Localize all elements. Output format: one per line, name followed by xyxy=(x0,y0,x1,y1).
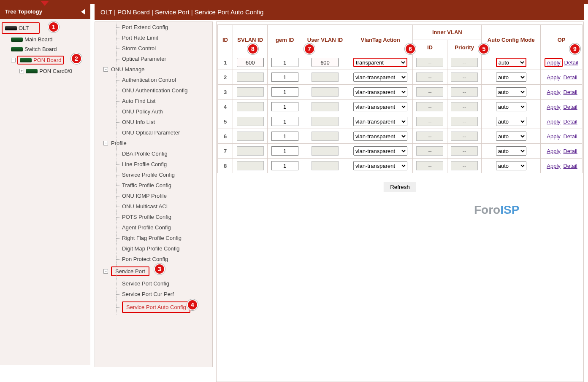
svlan-id-input[interactable] xyxy=(237,132,264,141)
gem-id-input[interactable] xyxy=(271,102,298,111)
nav-service-port-cur-perf[interactable]: Service Port Cur Perf xyxy=(95,289,212,299)
nav-onu-optical-parameter[interactable]: ONU Optical Parameter xyxy=(95,127,212,138)
vlantag-action-select[interactable]: transparentvlan-transparent xyxy=(353,132,407,141)
vlantag-action-select[interactable]: transparentvlan-transparent xyxy=(353,117,407,126)
gem-id-input[interactable] xyxy=(271,87,298,97)
tree-node-pon-card[interactable]: + PON Card0/0 xyxy=(0,66,90,76)
user-vlan-id-input[interactable] xyxy=(312,58,339,67)
nav-onu-igmp-profile[interactable]: ONU IGMP Profile xyxy=(95,191,212,201)
user-vlan-id-input[interactable] xyxy=(312,161,339,170)
detail-link[interactable]: Detail xyxy=(563,74,577,81)
apply-link[interactable]: Apply xyxy=(545,58,563,67)
gem-id-input[interactable] xyxy=(271,117,298,126)
user-vlan-id-input[interactable] xyxy=(312,117,339,126)
nav-right-flag-profile-config[interactable]: Right Flag Profile Config xyxy=(95,233,212,243)
svlan-id-input[interactable] xyxy=(237,102,264,111)
nav-agent-profile-config[interactable]: Agent Profile Config xyxy=(95,222,212,233)
svlan-id-input[interactable] xyxy=(237,161,264,170)
user-vlan-id-input[interactable] xyxy=(312,132,339,141)
nav-auto-find-list[interactable]: Auto Find List xyxy=(95,96,212,106)
collapse-left-icon[interactable] xyxy=(81,9,85,15)
apply-link[interactable]: Apply xyxy=(545,103,562,110)
inner-vlan-id-input xyxy=(416,132,443,141)
vlantag-action-select[interactable]: transparentvlan-transparent xyxy=(353,58,407,67)
user-vlan-id-input[interactable] xyxy=(312,146,339,156)
nav-profile[interactable]: −Profile xyxy=(95,138,212,148)
svlan-id-input[interactable] xyxy=(237,58,264,67)
apply-link[interactable]: Apply xyxy=(545,148,562,155)
gem-id-input[interactable] xyxy=(271,132,298,141)
nav-optical-parameter[interactable]: Optical Parameter xyxy=(95,54,212,64)
expand-icon[interactable]: − xyxy=(103,67,108,72)
tree-node-main-board[interactable]: Main Board xyxy=(0,35,90,44)
auto-config-mode-select[interactable]: auto xyxy=(496,146,526,156)
col-id: ID xyxy=(218,25,233,55)
auto-config-mode-select[interactable]: auto xyxy=(496,87,526,97)
nav-pots-profile-config[interactable]: POTS Profile Config xyxy=(95,212,212,222)
user-vlan-id-input[interactable] xyxy=(312,87,339,97)
nav-onu-policy-auth[interactable]: ONU Policy Auth xyxy=(95,106,212,117)
nav-onu-info-list[interactable]: ONU Info List xyxy=(95,117,212,127)
detail-link[interactable]: Detail xyxy=(564,59,578,66)
apply-link[interactable]: Apply xyxy=(545,89,562,96)
svlan-id-input[interactable] xyxy=(237,73,264,82)
nav-port-rate-limit[interactable]: Port Rate Limit xyxy=(95,32,212,43)
user-vlan-id-input[interactable] xyxy=(312,102,339,111)
table-row: 6transparentvlan-transparentautoApply De… xyxy=(218,129,583,144)
auto-config-mode-select[interactable]: auto xyxy=(496,132,526,141)
nav-line-profile-config[interactable]: Line Profile Config xyxy=(95,159,212,169)
nav-service-port-config[interactable]: Service Port Config xyxy=(95,278,212,289)
gem-id-input[interactable] xyxy=(271,146,298,156)
vlantag-action-select[interactable]: transparentvlan-transparent xyxy=(353,146,407,156)
callout-4: 4 xyxy=(187,299,198,310)
user-vlan-id-input[interactable] xyxy=(312,73,339,82)
vlantag-action-select[interactable]: transparentvlan-transparent xyxy=(353,161,407,170)
gem-id-input[interactable] xyxy=(271,58,298,67)
nav-service-port-auto-config[interactable]: Service Port Auto Config 4 xyxy=(95,299,212,315)
refresh-button[interactable]: Refresh xyxy=(384,182,416,192)
nav-traffic-profile-config[interactable]: Traffic Profile Config xyxy=(95,180,212,191)
svlan-id-input[interactable] xyxy=(237,117,264,126)
auto-config-mode-select[interactable]: auto xyxy=(496,117,526,126)
nav-service-profile-config[interactable]: Service Profile Config xyxy=(95,169,212,180)
svlan-id-input[interactable] xyxy=(237,87,264,97)
vlantag-action-select[interactable]: transparentvlan-transparent xyxy=(353,102,407,111)
nav-authentication-control[interactable]: Authentication Control xyxy=(95,75,212,85)
nav-dba-profile-config[interactable]: DBA Profile Config xyxy=(95,148,212,159)
apply-link[interactable]: Apply xyxy=(545,74,562,81)
apply-link[interactable]: Apply xyxy=(545,162,562,169)
detail-link[interactable]: Detail xyxy=(563,163,577,169)
detail-link[interactable]: Detail xyxy=(563,133,577,140)
detail-link[interactable]: Detail xyxy=(563,104,577,110)
apply-link[interactable]: Apply xyxy=(545,118,562,125)
detail-link[interactable]: Detail xyxy=(563,89,577,95)
tree-node-olt[interactable]: OLT 1 xyxy=(2,22,40,34)
auto-config-mode-select[interactable]: auto xyxy=(496,102,526,111)
expand-icon[interactable]: + xyxy=(19,69,24,73)
detail-link[interactable]: Detail xyxy=(563,148,577,154)
tree-node-switch-board[interactable]: Switch Board xyxy=(0,44,90,54)
expand-icon[interactable]: − xyxy=(103,141,108,145)
gem-id-input[interactable] xyxy=(271,161,298,170)
nav-port-extend-config[interactable]: Port Extend Config xyxy=(95,22,212,32)
tree-topology-header[interactable]: Tree Topology xyxy=(0,4,90,19)
nav-digit-map-profile-config[interactable]: Digit Map Profile Config xyxy=(95,243,212,254)
detail-link[interactable]: Detail xyxy=(563,118,577,125)
expand-icon[interactable]: − xyxy=(11,58,16,62)
vlantag-action-select[interactable]: transparentvlan-transparent xyxy=(353,73,407,82)
apply-link[interactable]: Apply xyxy=(545,133,562,140)
nav-onu-multicast-acl[interactable]: ONU Multicast ACL xyxy=(95,201,212,212)
vlantag-action-select[interactable]: transparentvlan-transparent xyxy=(353,87,407,97)
auto-config-mode-select[interactable]: auto xyxy=(496,58,526,67)
gem-id-input[interactable] xyxy=(271,73,298,82)
svlan-id-input[interactable] xyxy=(237,146,264,156)
expand-icon[interactable]: − xyxy=(103,269,108,274)
auto-config-mode-select[interactable]: auto xyxy=(496,161,526,170)
nav-onu-auth-config[interactable]: ONU Authentication Config xyxy=(95,85,212,96)
nav-storm-control[interactable]: Storm Control xyxy=(95,43,212,54)
nav-service-port[interactable]: − Service Port 3 xyxy=(95,264,212,278)
nav-onu-manage[interactable]: −ONU Manage xyxy=(95,64,212,75)
nav-pon-protect-config[interactable]: Pon Protect Config xyxy=(95,254,212,264)
auto-config-mode-select[interactable]: auto xyxy=(496,73,526,82)
tree-node-pon-board[interactable]: − PON Board 2 xyxy=(0,54,90,66)
